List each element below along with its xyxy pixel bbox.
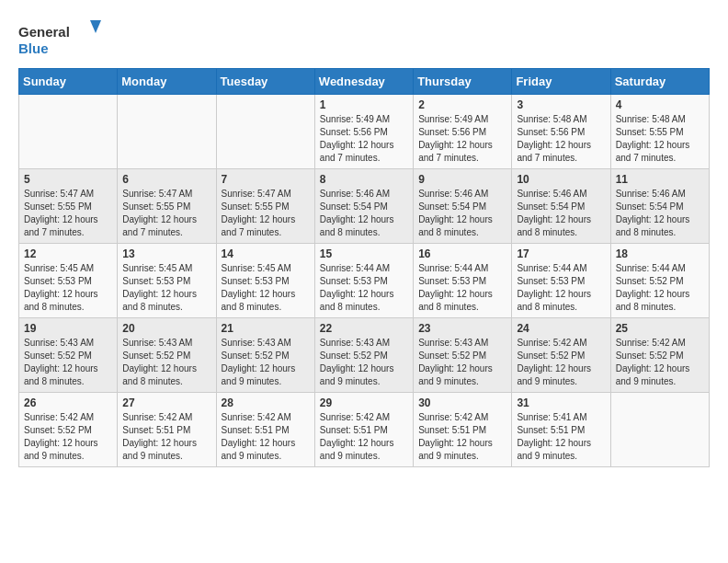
day-info: Sunrise: 5:42 AMSunset: 5:51 PMDaylight:… [418, 411, 506, 463]
calendar-cell: 7 Sunrise: 5:47 AMSunset: 5:55 PMDayligh… [216, 169, 314, 244]
calendar-week-2: 5 Sunrise: 5:47 AMSunset: 5:55 PMDayligh… [19, 169, 710, 244]
weekday-header-monday: Monday [118, 69, 216, 95]
day-info: Sunrise: 5:41 AMSunset: 5:51 PMDaylight:… [517, 411, 605, 463]
day-number: 4 [616, 98, 704, 111]
day-info: Sunrise: 5:49 AMSunset: 5:56 PMDaylight:… [418, 113, 506, 165]
day-info: Sunrise: 5:43 AMSunset: 5:52 PMDaylight:… [320, 337, 408, 388]
page-header: General Blue [18, 18, 710, 59]
day-number: 1 [320, 98, 408, 111]
day-number: 19 [24, 322, 112, 335]
day-info: Sunrise: 5:47 AMSunset: 5:55 PMDaylight:… [122, 188, 210, 239]
day-info: Sunrise: 5:46 AMSunset: 5:54 PMDaylight:… [320, 188, 408, 239]
calendar-cell: 29 Sunrise: 5:42 AMSunset: 5:51 PMDaylig… [314, 393, 413, 467]
day-number: 3 [517, 98, 605, 111]
day-info: Sunrise: 5:42 AMSunset: 5:52 PMDaylight:… [616, 337, 704, 388]
calendar-cell: 6 Sunrise: 5:47 AMSunset: 5:55 PMDayligh… [118, 169, 216, 244]
calendar-cell: 30 Sunrise: 5:42 AMSunset: 5:51 PMDaylig… [414, 393, 512, 467]
calendar-cell: 20 Sunrise: 5:43 AMSunset: 5:52 PMDaylig… [118, 318, 216, 393]
day-info: Sunrise: 5:42 AMSunset: 5:51 PMDaylight:… [222, 411, 310, 463]
calendar-cell: 4 Sunrise: 5:48 AMSunset: 5:55 PMDayligh… [610, 95, 709, 169]
day-info: Sunrise: 5:47 AMSunset: 5:55 PMDaylight:… [24, 188, 112, 239]
calendar-cell: 19 Sunrise: 5:43 AMSunset: 5:52 PMDaylig… [19, 318, 118, 393]
day-number: 25 [616, 322, 704, 335]
calendar-cell [610, 393, 709, 467]
day-info: Sunrise: 5:45 AMSunset: 5:53 PMDaylight:… [122, 262, 210, 314]
calendar-cell: 21 Sunrise: 5:43 AMSunset: 5:52 PMDaylig… [216, 318, 314, 393]
calendar-cell: 5 Sunrise: 5:47 AMSunset: 5:55 PMDayligh… [19, 169, 118, 244]
day-number: 5 [24, 173, 112, 186]
day-info: Sunrise: 5:44 AMSunset: 5:53 PMDaylight:… [517, 262, 605, 314]
calendar-cell: 24 Sunrise: 5:42 AMSunset: 5:52 PMDaylig… [512, 318, 610, 393]
calendar-cell: 26 Sunrise: 5:42 AMSunset: 5:52 PMDaylig… [19, 393, 118, 467]
calendar-cell: 31 Sunrise: 5:41 AMSunset: 5:51 PMDaylig… [512, 393, 610, 467]
day-number: 23 [418, 322, 506, 335]
day-info: Sunrise: 5:44 AMSunset: 5:53 PMDaylight:… [320, 262, 408, 314]
weekday-header-row: SundayMondayTuesdayWednesdayThursdayFrid… [19, 69, 710, 95]
day-info: Sunrise: 5:45 AMSunset: 5:53 PMDaylight:… [222, 262, 310, 314]
calendar-cell: 1 Sunrise: 5:49 AMSunset: 5:56 PMDayligh… [314, 95, 413, 169]
calendar-cell: 16 Sunrise: 5:44 AMSunset: 5:53 PMDaylig… [414, 244, 512, 318]
day-number: 28 [222, 396, 310, 409]
logo: General Blue [18, 18, 101, 59]
day-number: 15 [320, 247, 408, 260]
weekday-header-tuesday: Tuesday [216, 69, 314, 95]
day-number: 12 [24, 247, 112, 260]
calendar-cell: 18 Sunrise: 5:44 AMSunset: 5:52 PMDaylig… [610, 244, 709, 318]
day-info: Sunrise: 5:49 AMSunset: 5:56 PMDaylight:… [320, 113, 408, 165]
svg-text:General: General [18, 24, 70, 40]
day-number: 22 [320, 322, 408, 335]
day-info: Sunrise: 5:42 AMSunset: 5:52 PMDaylight:… [24, 411, 112, 463]
calendar-cell: 28 Sunrise: 5:42 AMSunset: 5:51 PMDaylig… [216, 393, 314, 467]
day-info: Sunrise: 5:42 AMSunset: 5:51 PMDaylight:… [122, 411, 210, 463]
calendar-week-3: 12 Sunrise: 5:45 AMSunset: 5:53 PMDaylig… [19, 244, 710, 318]
day-number: 13 [122, 247, 210, 260]
calendar-cell [118, 95, 216, 169]
calendar-cell: 12 Sunrise: 5:45 AMSunset: 5:53 PMDaylig… [19, 244, 118, 318]
day-number: 2 [418, 98, 506, 111]
calendar-cell: 27 Sunrise: 5:42 AMSunset: 5:51 PMDaylig… [118, 393, 216, 467]
day-number: 26 [24, 396, 112, 409]
calendar-week-4: 19 Sunrise: 5:43 AMSunset: 5:52 PMDaylig… [19, 318, 710, 393]
day-number: 6 [122, 173, 210, 186]
calendar-cell: 2 Sunrise: 5:49 AMSunset: 5:56 PMDayligh… [414, 95, 512, 169]
day-info: Sunrise: 5:44 AMSunset: 5:53 PMDaylight:… [418, 262, 506, 314]
day-number: 11 [616, 173, 704, 186]
day-info: Sunrise: 5:46 AMSunset: 5:54 PMDaylight:… [616, 188, 704, 239]
weekday-header-friday: Friday [512, 69, 610, 95]
day-number: 29 [320, 396, 408, 409]
day-info: Sunrise: 5:44 AMSunset: 5:52 PMDaylight:… [616, 262, 704, 314]
weekday-header-wednesday: Wednesday [314, 69, 413, 95]
day-info: Sunrise: 5:43 AMSunset: 5:52 PMDaylight:… [222, 337, 310, 388]
day-info: Sunrise: 5:45 AMSunset: 5:53 PMDaylight:… [24, 262, 112, 314]
calendar-cell: 13 Sunrise: 5:45 AMSunset: 5:53 PMDaylig… [118, 244, 216, 318]
weekday-header-thursday: Thursday [414, 69, 512, 95]
day-number: 8 [320, 173, 408, 186]
day-info: Sunrise: 5:42 AMSunset: 5:51 PMDaylight:… [320, 411, 408, 463]
calendar-cell: 17 Sunrise: 5:44 AMSunset: 5:53 PMDaylig… [512, 244, 610, 318]
day-number: 20 [122, 322, 210, 335]
day-number: 30 [418, 396, 506, 409]
calendar-cell: 25 Sunrise: 5:42 AMSunset: 5:52 PMDaylig… [610, 318, 709, 393]
calendar-cell: 10 Sunrise: 5:46 AMSunset: 5:54 PMDaylig… [512, 169, 610, 244]
day-number: 18 [616, 247, 704, 260]
day-number: 27 [122, 396, 210, 409]
day-number: 17 [517, 247, 605, 260]
calendar-cell [19, 95, 118, 169]
calendar-cell: 15 Sunrise: 5:44 AMSunset: 5:53 PMDaylig… [314, 244, 413, 318]
day-info: Sunrise: 5:43 AMSunset: 5:52 PMDaylight:… [122, 337, 210, 388]
day-number: 14 [222, 247, 310, 260]
day-info: Sunrise: 5:47 AMSunset: 5:55 PMDaylight:… [222, 188, 310, 239]
calendar-cell: 3 Sunrise: 5:48 AMSunset: 5:56 PMDayligh… [512, 95, 610, 169]
calendar-cell: 22 Sunrise: 5:43 AMSunset: 5:52 PMDaylig… [314, 318, 413, 393]
svg-text:Blue: Blue [18, 40, 49, 56]
day-info: Sunrise: 5:43 AMSunset: 5:52 PMDaylight:… [418, 337, 506, 388]
calendar-cell: 11 Sunrise: 5:46 AMSunset: 5:54 PMDaylig… [610, 169, 709, 244]
calendar-cell: 14 Sunrise: 5:45 AMSunset: 5:53 PMDaylig… [216, 244, 314, 318]
day-number: 16 [418, 247, 506, 260]
day-info: Sunrise: 5:43 AMSunset: 5:52 PMDaylight:… [24, 337, 112, 388]
day-number: 21 [222, 322, 310, 335]
day-number: 7 [222, 173, 310, 186]
logo-icon: General Blue [18, 18, 101, 59]
calendar-cell: 23 Sunrise: 5:43 AMSunset: 5:52 PMDaylig… [414, 318, 512, 393]
calendar-cell: 8 Sunrise: 5:46 AMSunset: 5:54 PMDayligh… [314, 169, 413, 244]
